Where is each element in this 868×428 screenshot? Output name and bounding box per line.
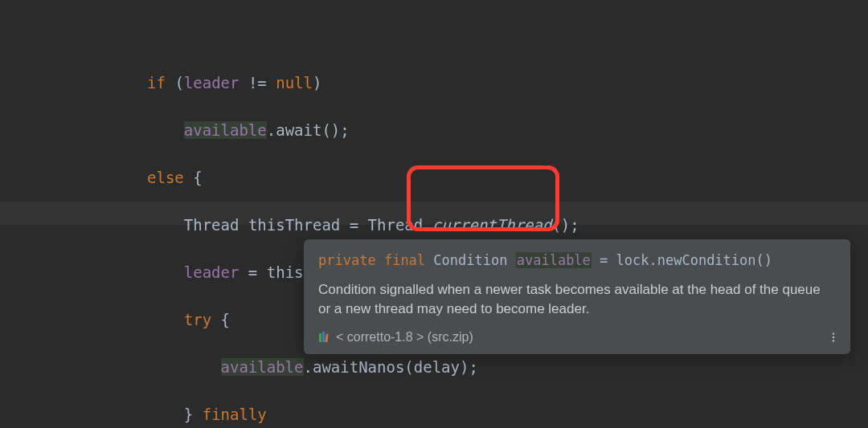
space bbox=[267, 406, 276, 423]
paren-open: ( bbox=[404, 358, 413, 376]
doc-more-actions[interactable] bbox=[828, 329, 839, 349]
field-available: available bbox=[221, 358, 304, 376]
svg-point-4 bbox=[833, 336, 834, 338]
code-line[interactable]: else { bbox=[0, 166, 868, 190]
dot: . bbox=[267, 121, 276, 139]
indent bbox=[0, 406, 184, 423]
quick-doc-popup[interactable]: private final Condition available = lock… bbox=[304, 239, 850, 354]
type-condition: Condition bbox=[433, 252, 507, 268]
method-await: await bbox=[276, 121, 321, 139]
space bbox=[193, 406, 202, 423]
svg-point-5 bbox=[833, 340, 834, 342]
space bbox=[166, 74, 174, 92]
method-awaitNanos: awaitNanos bbox=[313, 358, 404, 376]
code-line[interactable]: if (leader != null) bbox=[0, 71, 868, 96]
field-leader: leader bbox=[184, 263, 240, 281]
paren-open: ( bbox=[174, 74, 183, 92]
space bbox=[184, 169, 193, 186]
indent bbox=[0, 358, 221, 376]
var-delay: delay bbox=[414, 358, 460, 376]
field-leader: leader bbox=[184, 74, 240, 92]
init-expr: = lock.newCondition() bbox=[592, 252, 772, 268]
doc-signature: private final Condition available = lock… bbox=[318, 251, 836, 271]
indent bbox=[0, 169, 147, 186]
keyword-finally: finally bbox=[203, 406, 267, 423]
code-line[interactable]: available.awaitNanos(delay); bbox=[0, 356, 868, 380]
space bbox=[239, 216, 248, 234]
keyword-else: else bbox=[147, 169, 184, 186]
doc-source-text: < corretto-1.8 > (src.zip) bbox=[336, 328, 473, 346]
code-line[interactable]: Thread thisThread = Thread.currentThread… bbox=[0, 214, 868, 238]
type-thread: Thread bbox=[184, 216, 240, 234]
indent bbox=[0, 263, 184, 281]
code-editor[interactable]: if (leader != null) available.await(); e… bbox=[0, 0, 868, 428]
doc-description: Condition signalled when a newer task be… bbox=[318, 280, 836, 320]
svg-rect-0 bbox=[319, 333, 321, 342]
field-available: available bbox=[184, 121, 267, 139]
keyword-null: null bbox=[276, 74, 313, 92]
keyword-if: if bbox=[147, 74, 166, 92]
code-line[interactable] bbox=[0, 24, 868, 48]
indent bbox=[0, 74, 147, 92]
keyword-private: private bbox=[318, 252, 376, 268]
code-line[interactable]: } finally bbox=[0, 403, 868, 427]
var-thisThread: thisThread bbox=[248, 216, 340, 234]
dot: . bbox=[304, 358, 313, 376]
operator: != bbox=[239, 74, 276, 92]
dot: . bbox=[423, 216, 432, 234]
svg-rect-1 bbox=[322, 332, 325, 342]
keyword-final: final bbox=[384, 252, 425, 268]
equals: = bbox=[340, 216, 367, 234]
paren-close-semi: ); bbox=[460, 358, 478, 376]
space bbox=[211, 311, 220, 328]
method-currentThread: currentThread bbox=[432, 216, 552, 234]
parens-semi: (); bbox=[321, 121, 349, 139]
code-line[interactable]: available.await(); bbox=[0, 119, 868, 143]
equals: = bbox=[239, 263, 266, 281]
library-icon bbox=[318, 331, 331, 344]
indent bbox=[0, 121, 184, 139]
svg-rect-2 bbox=[325, 333, 328, 341]
type-thread: Thread bbox=[368, 216, 424, 234]
indent bbox=[0, 216, 184, 234]
brace-open: { bbox=[221, 311, 230, 328]
paren-close: ) bbox=[313, 74, 321, 92]
indent bbox=[0, 311, 184, 328]
doc-source: < corretto-1.8 > (src.zip) bbox=[318, 328, 836, 346]
parens-semi: (); bbox=[551, 216, 579, 234]
field-available: available bbox=[516, 252, 592, 268]
svg-point-3 bbox=[833, 333, 834, 335]
brace-open: { bbox=[193, 169, 202, 186]
brace-close: } bbox=[184, 406, 193, 423]
keyword-try: try bbox=[184, 311, 211, 328]
